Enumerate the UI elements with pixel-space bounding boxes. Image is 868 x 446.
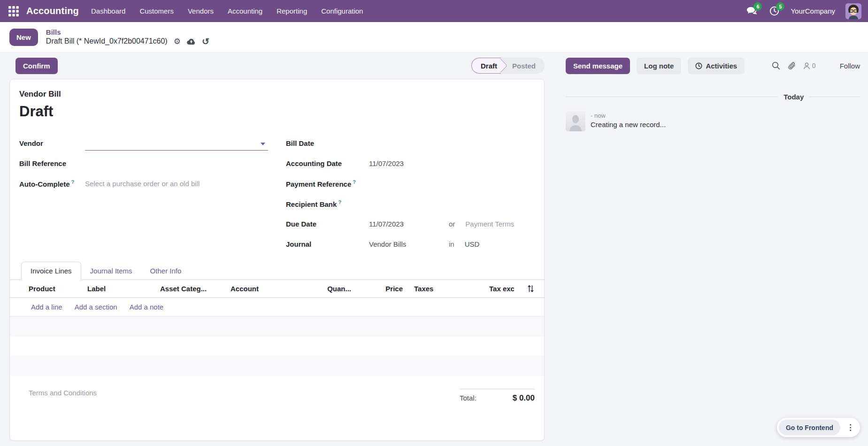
menu-reporting[interactable]: Reporting: [277, 7, 307, 15]
bill-date-input[interactable]: [369, 137, 533, 150]
col-account[interactable]: Account: [230, 285, 301, 293]
journal-input[interactable]: Vendor Bills: [369, 240, 449, 248]
followers-button[interactable]: 0: [803, 62, 816, 70]
field-due-date: Due Date 11/07/2023 or Payment Terms: [286, 214, 533, 234]
add-a-section-button[interactable]: Add a section: [75, 303, 117, 311]
form-view-column: Vendor Bill Draft Vendor: [0, 79, 545, 446]
field-accounting-date: Accounting Date 11/07/2023: [286, 153, 533, 174]
message-avatar[interactable]: [566, 112, 585, 131]
stage-posted[interactable]: Posted: [501, 62, 545, 70]
sliders-glyph: [527, 285, 535, 293]
total-value: $ 0.00: [513, 393, 535, 403]
attachments-icon[interactable]: [787, 61, 796, 70]
log-note-button[interactable]: Log note: [637, 58, 681, 74]
messages-button[interactable]: 6: [745, 5, 758, 17]
optional-columns-icon[interactable]: [514, 285, 535, 293]
field-bill-date: Bill Date: [286, 133, 533, 153]
gear-icon[interactable]: ⚙: [174, 38, 181, 45]
kebab-menu-button[interactable]: ⋮: [843, 420, 858, 435]
or-text: or: [449, 220, 455, 228]
today-divider: Today: [566, 93, 860, 101]
search-messages-icon[interactable]: [772, 61, 780, 70]
today-label: Today: [784, 93, 804, 101]
help-icon: ?: [338, 199, 341, 205]
recipient-bank-label: Recipient Bank?: [286, 199, 369, 208]
due-date-label: Due Date: [286, 220, 369, 228]
go-to-frontend-button[interactable]: Go to Frontend: [779, 420, 840, 435]
empty-table-row: [10, 317, 544, 336]
avatar-image: [845, 3, 861, 19]
auto-complete-input[interactable]: Select a purchase order or an old bill: [85, 180, 200, 188]
breadcrumb-bar: New Bills Draft Bill (* NewId_0x7f2b0047…: [0, 22, 868, 53]
paperclip-glyph: [787, 61, 796, 70]
message-text: Creating a new record...: [591, 121, 666, 129]
activities-badge: 5: [776, 2, 784, 11]
due-date-input[interactable]: 11/07/2023: [369, 220, 449, 228]
follower-person-icon: [803, 62, 811, 70]
col-quantity[interactable]: Quan...: [301, 285, 355, 293]
field-payment-reference: Payment Reference?: [286, 174, 533, 194]
col-price[interactable]: Price: [355, 285, 407, 293]
confirm-button[interactable]: Confirm: [15, 58, 58, 74]
follow-button[interactable]: Follow: [840, 62, 860, 70]
followers-count: 0: [812, 62, 816, 69]
currency-input[interactable]: USD: [465, 240, 480, 248]
tab-invoice-lines[interactable]: Invoice Lines: [21, 262, 81, 280]
col-asset-category[interactable]: Asset Categ...: [160, 285, 230, 293]
menu-dashboard[interactable]: Dashboard: [91, 7, 125, 15]
col-label[interactable]: Label: [87, 285, 160, 293]
help-icon: ?: [71, 179, 75, 185]
breadcrumb-current-record: Draft Bill (* NewId_0x7f2b00471c60): [46, 37, 168, 46]
field-journal: Journal Vendor Bills in USD: [286, 234, 533, 254]
send-message-button[interactable]: Send message: [566, 58, 630, 74]
chatter-message: - now Creating a new record...: [566, 112, 860, 131]
apps-grid-glyph: [8, 6, 19, 16]
bill-reference-input[interactable]: [85, 157, 268, 170]
company-switcher[interactable]: YourCompany: [791, 7, 835, 15]
payment-terms-input[interactable]: Payment Terms: [465, 220, 514, 228]
messages-badge: 6: [753, 2, 762, 11]
col-taxes[interactable]: Taxes: [414, 285, 489, 293]
bill-reference-label: Bill Reference: [19, 159, 85, 167]
tab-other-info[interactable]: Other Info: [141, 262, 191, 280]
breadcrumb: Bills Draft Bill (* NewId_0x7f2b00471c60…: [46, 28, 209, 46]
totals-block: Total: $ 0.00: [460, 389, 535, 403]
app-title[interactable]: Accounting: [26, 6, 79, 16]
save-cloud-icon[interactable]: [187, 38, 196, 45]
payment-reference-input[interactable]: [369, 177, 533, 190]
activities-systray-button[interactable]: 5: [768, 5, 780, 17]
accounting-date-input[interactable]: 11/07/2023: [369, 159, 404, 167]
status-bar: Draft Posted: [471, 58, 545, 74]
menu-configuration[interactable]: Configuration: [321, 7, 363, 15]
chevron-down-icon[interactable]: [261, 143, 265, 145]
discard-undo-icon[interactable]: ↺: [202, 37, 209, 46]
invoice-lines-header: Product Label Asset Categ... Account Qua…: [10, 280, 544, 298]
notebook-tabs: Invoice Lines Journal Items Other Info: [10, 262, 544, 280]
col-product[interactable]: Product: [29, 285, 87, 293]
menu-customers[interactable]: Customers: [139, 7, 174, 15]
menu-vendors[interactable]: Vendors: [188, 7, 214, 15]
activities-button[interactable]: Activities: [688, 58, 745, 74]
main-menu: Dashboard Customers Vendors Accounting R…: [91, 7, 363, 15]
tab-journal-items[interactable]: Journal Items: [81, 262, 141, 280]
breadcrumb-bills-link[interactable]: Bills: [46, 28, 209, 37]
user-avatar[interactable]: [845, 3, 861, 19]
recipient-bank-input[interactable]: [369, 197, 533, 211]
vendor-dropdown: [85, 136, 268, 151]
table-actions-row: Add a line Add a section Add a note: [10, 298, 544, 317]
field-recipient-bank: Recipient Bank?: [286, 194, 533, 214]
apps-grid-icon[interactable]: [6, 3, 22, 19]
stage-draft[interactable]: Draft: [471, 58, 501, 74]
vendor-input[interactable]: [85, 136, 268, 150]
menu-accounting[interactable]: Accounting: [228, 7, 262, 15]
add-a-note-button[interactable]: Add a note: [130, 303, 164, 311]
add-a-line-button[interactable]: Add a line: [31, 303, 62, 311]
top-navbar: Accounting Dashboard Customers Vendors A…: [0, 0, 868, 22]
form-fields: Vendor Bill Reference: [19, 133, 533, 254]
page-title: Draft: [19, 103, 533, 120]
col-tax-excl[interactable]: Tax excl.: [489, 285, 514, 293]
terms-and-conditions-input[interactable]: Terms and Conditions: [29, 389, 97, 397]
new-button[interactable]: New: [9, 29, 38, 46]
magnifier-glyph: [772, 61, 780, 70]
chatter-panel: Today - now Creating a new record...: [545, 79, 868, 446]
